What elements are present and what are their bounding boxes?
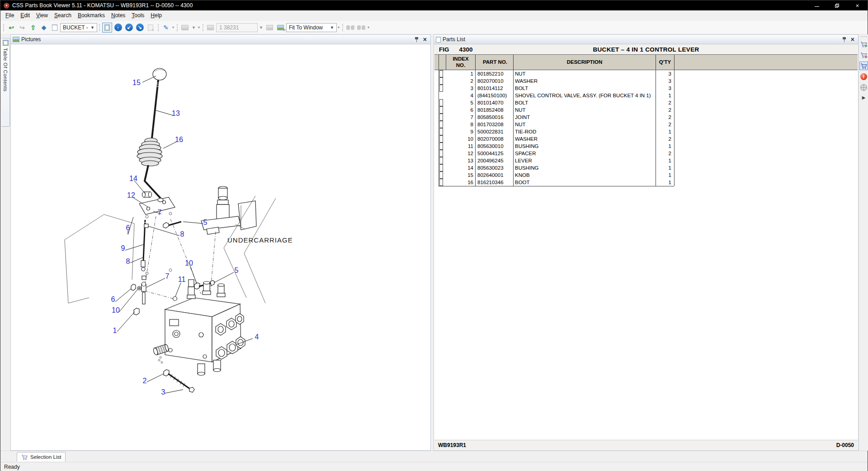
pin-icon[interactable]: [842, 37, 846, 43]
table-row[interactable]: 3 801014112 BOLT 3: [434, 85, 858, 92]
selection-list-tab[interactable]: Selection List: [17, 452, 66, 461]
fit-mode-combo[interactable]: Fit To Window ▼: [286, 23, 337, 32]
menu-notes[interactable]: Notes: [108, 11, 128, 20]
menu-bookmarks[interactable]: Bookmarks: [75, 11, 108, 20]
callout-7[interactable]: 7: [158, 209, 162, 217]
row-checkbox[interactable]: [439, 114, 443, 121]
column-header-qty[interactable]: Q'TY: [656, 55, 674, 70]
callout-5[interactable]: 5: [235, 266, 239, 275]
toolbar-overflow[interactable]: ▾: [172, 27, 174, 29]
callout-3[interactable]: 3: [161, 388, 165, 396]
notes-button[interactable]: ✎: [161, 23, 171, 33]
callout-16[interactable]: 16: [175, 136, 183, 144]
callout-7[interactable]: 7: [165, 272, 170, 281]
table-row[interactable]: 12 500044125 SPACER 2: [434, 150, 858, 157]
table-of-contents-tab[interactable]: Table Of Contents: [1, 38, 10, 127]
toolbar-grip[interactable]: [203, 24, 203, 31]
row-checkbox[interactable]: [439, 143, 443, 150]
callout-6[interactable]: 6: [126, 224, 130, 232]
minimize-button[interactable]: [807, 0, 827, 10]
row-checkbox[interactable]: [439, 135, 443, 143]
pin-icon[interactable]: [415, 37, 419, 43]
row-checkbox[interactable]: [439, 164, 443, 171]
callout-2[interactable]: 2: [143, 377, 147, 385]
callout-9[interactable]: 9: [121, 244, 125, 252]
table-row[interactable]: 2 802070010 WASHER 3: [434, 77, 858, 85]
selection-list-button[interactable]: [859, 62, 868, 70]
pan-button[interactable]: [265, 23, 275, 33]
menu-view[interactable]: View: [33, 11, 51, 20]
close-button[interactable]: ×: [847, 0, 868, 10]
row-checkbox[interactable]: [439, 77, 443, 85]
table-row[interactable]: 14 805630023 BUSHING 1: [434, 164, 858, 171]
diagram-canvas[interactable]: UNDERCARRIAGE 15131614127568981057116101…: [11, 44, 430, 450]
table-row[interactable]: 6 801852408 NUT 2: [434, 106, 858, 114]
remove-from-selection-button[interactable]: ×: [859, 51, 868, 59]
callout-10[interactable]: 10: [185, 259, 193, 267]
row-checkbox[interactable]: [439, 99, 443, 106]
callout-14[interactable]: 14: [129, 175, 137, 183]
row-checkbox[interactable]: [439, 179, 443, 186]
close-icon[interactable]: ×: [423, 37, 427, 42]
callout-5[interactable]: 5: [203, 219, 208, 227]
web-link-button[interactable]: [859, 83, 868, 92]
print-dropdown[interactable]: ▼: [190, 25, 197, 30]
row-checkbox[interactable]: [439, 128, 443, 135]
column-header-part[interactable]: PART NO.: [477, 55, 513, 70]
callout-4[interactable]: 4: [255, 333, 259, 341]
prev-figure-button[interactable]: ↙: [124, 23, 134, 33]
row-checkbox[interactable]: [439, 85, 443, 92]
table-row[interactable]: 1 801852210 NUT 3: [434, 70, 858, 77]
menu-search[interactable]: Search: [51, 11, 75, 20]
row-checkbox[interactable]: [439, 121, 443, 128]
restore-button[interactable]: [827, 0, 847, 10]
toolbar-overflow[interactable]: ▾: [198, 27, 200, 29]
search-parts-button[interactable]: [345, 23, 355, 33]
menu-file[interactable]: File: [2, 11, 17, 20]
history-forward-button[interactable]: ↪: [17, 23, 27, 33]
zoom-dropdown[interactable]: ▼: [258, 25, 264, 30]
callout-8[interactable]: 8: [126, 257, 130, 266]
figure-doc-button[interactable]: [50, 23, 60, 33]
table-row[interactable]: 8 801703208 NUT 2: [434, 121, 858, 128]
close-figure-button[interactable]: [146, 23, 156, 33]
callout-12[interactable]: 12: [127, 191, 135, 200]
zoom-value-field[interactable]: 1 38231: [216, 23, 258, 32]
callout-13[interactable]: 13: [172, 109, 180, 118]
table-row[interactable]: 16 816210346 BOOT 1: [434, 179, 858, 186]
add-to-selection-button[interactable]: +: [859, 40, 868, 48]
toc-toggle-button[interactable]: [102, 23, 112, 33]
table-row[interactable]: 9 500022831 TIE-ROD 1: [434, 128, 858, 135]
table-row[interactable]: 10 802070008 WASHER 2: [434, 135, 858, 143]
table-row[interactable]: 7 805850016 JOINT 2: [434, 114, 858, 121]
menu-edit[interactable]: Edit: [17, 11, 33, 20]
callout-15[interactable]: 15: [132, 79, 141, 87]
history-back-button[interactable]: ↩: [6, 23, 16, 33]
row-checkbox[interactable]: [439, 150, 443, 157]
up-level-button[interactable]: ⇧: [28, 23, 38, 33]
service-info-button[interactable]: i: [859, 72, 868, 81]
toolbar-grip[interactable]: [177, 24, 178, 31]
row-checkbox[interactable]: [439, 70, 443, 77]
callout-1[interactable]: 1: [113, 327, 117, 335]
close-icon[interactable]: ×: [851, 37, 854, 42]
right-toolbar-expand[interactable]: ▶: [862, 95, 866, 100]
toolbar-grip[interactable]: [861, 36, 867, 37]
navigate-button[interactable]: ◈: [39, 23, 49, 33]
column-header-desc[interactable]: DESCRIPTION: [515, 55, 654, 70]
menu-tools[interactable]: Tools: [128, 11, 147, 20]
toolbar-grip[interactable]: [342, 24, 343, 31]
callout-8[interactable]: 8: [180, 230, 184, 238]
zoom-select-button[interactable]: [276, 23, 286, 33]
next-figure-button[interactable]: ↘: [135, 23, 145, 33]
first-figure-button[interactable]: ↑: [113, 23, 123, 33]
figure-select-combo[interactable]: BUCKET - 4 I ▼: [60, 23, 97, 32]
callout-10[interactable]: 10: [112, 306, 120, 314]
row-checkbox[interactable]: [439, 106, 443, 114]
toolbar-grip[interactable]: [3, 24, 4, 31]
table-row[interactable]: 15 802640001 KNOB 1: [434, 171, 858, 179]
table-row[interactable]: 4 (844150100) SHOVEL CONTROL VALVE, ASSY…: [434, 92, 858, 99]
toolbar-overflow[interactable]: ▾: [368, 27, 369, 29]
menu-help[interactable]: Help: [147, 11, 165, 20]
zoom-out-button[interactable]: [206, 23, 216, 33]
